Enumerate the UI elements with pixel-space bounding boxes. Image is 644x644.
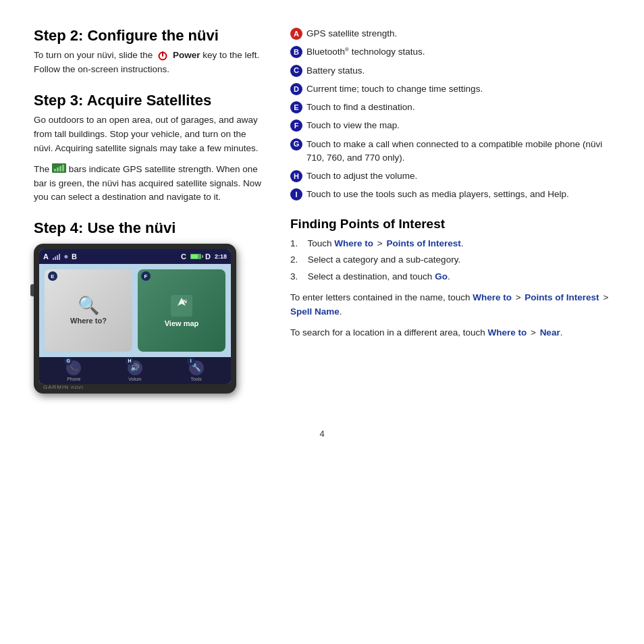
item-b: B Bluetooth® technology status. — [290, 45, 610, 59]
step3-section: Step 3: Acquire Satellites Go outdoors t… — [34, 92, 263, 205]
step2-heading: Step 2: Configure the nüvi — [34, 27, 263, 45]
svg-text:N: N — [183, 298, 187, 304]
topbar-right: C D 2:18 — [181, 252, 227, 261]
circle-h: H — [290, 170, 302, 182]
volume-button[interactable]: H 🔊 Volum — [128, 360, 142, 381]
item-i-text: Touch to use the tools such as media pla… — [306, 188, 610, 201]
side-button — [30, 284, 34, 296]
map-icon: N — [169, 294, 194, 318]
where-to-bold: Where to — [334, 238, 373, 248]
right-column: A GPS satellite strength. B Bluetooth® t… — [290, 27, 610, 347]
circle-f: F — [290, 119, 302, 132]
step3-body1: Go outdoors to an open area, out of gara… — [34, 113, 263, 156]
finding-step-2: 2. Select a category and a sub-category. — [290, 253, 610, 267]
view-map-button[interactable]: F N View map — [138, 269, 225, 352]
finding-section: Finding Points of Interest 1. Touch Wher… — [290, 217, 610, 341]
device-illustration: A ⎈ B C — [34, 244, 236, 394]
garmin-device: A ⎈ B C — [34, 244, 236, 394]
screen-bottombar: G 📞 Phone H 🔊 Volum I 🔧 — [39, 357, 231, 384]
circle-b: B — [290, 46, 302, 58]
circle-a: A — [290, 28, 302, 40]
poi-bold: Points of Interest — [386, 238, 460, 248]
item-b-text: Bluetooth® technology status. — [306, 45, 610, 59]
item-d: D Current time; touch to change time set… — [290, 82, 610, 96]
item-g: G Touch to make a call when connected to… — [290, 138, 610, 165]
item-e: E Touch to find a destination. — [290, 101, 610, 114]
label-c: C — [181, 252, 186, 261]
step2-section: Step 2: Configure the nüvi To turn on yo… — [34, 27, 263, 77]
tools-button[interactable]: I 🔧 Tools — [189, 360, 204, 381]
item-i: I Touch to use the tools such as media p… — [290, 188, 610, 201]
item-d-text: Current time; touch to change time setti… — [306, 82, 610, 96]
finding-steps: 1. Touch Where to > Points of Interest. … — [290, 237, 610, 285]
finding-para2: To search for a location in a different … — [290, 326, 610, 340]
screen-body: E 🔍 Where to? F N — [39, 264, 231, 357]
screen-topbar: A ⎈ B C — [39, 249, 231, 264]
phone-label: Phone — [67, 377, 80, 381]
gps-bars-icon — [52, 163, 66, 173]
garmin-brand-label: GARMIN nüvi — [43, 384, 84, 390]
label-b: B — [72, 252, 77, 261]
where-to-button[interactable]: E 🔍 Where to? — [45, 269, 132, 352]
where-to-label: Where to? — [70, 317, 107, 325]
tools-label: Tools — [190, 377, 201, 381]
volume-label: Volum — [128, 377, 141, 381]
item-f-text: Touch to view the map. — [306, 119, 610, 132]
circle-e: E — [290, 101, 302, 113]
label-h: H — [126, 357, 134, 365]
magnify-icon: 🔍 — [78, 296, 99, 314]
label-e: E — [48, 271, 57, 281]
label-f: F — [141, 271, 151, 281]
circle-d: D — [290, 83, 302, 95]
item-a: A GPS satellite strength. — [290, 27, 610, 41]
label-i: I — [187, 357, 195, 365]
item-e-text: Touch to find a destination. — [306, 101, 610, 114]
view-map-label: View map — [165, 319, 199, 327]
left-column: Step 2: Configure the nüvi To turn on yo… — [34, 27, 263, 408]
step3-body2: The bars indicate GPS satellite strength… — [34, 163, 263, 205]
topbar-left: A ⎈ B — [43, 252, 77, 261]
item-h-text: Touch to adjust the volume. — [306, 169, 610, 183]
battery-icon — [190, 254, 201, 259]
finding-step-3: 3. Select a destination, and touch Go. — [290, 270, 610, 284]
go-bold: Go — [435, 271, 448, 281]
item-h: H Touch to adjust the volume. — [290, 169, 610, 183]
item-f: F Touch to view the map. — [290, 119, 610, 132]
item-g-text: Touch to make a call when connected to a… — [306, 138, 610, 165]
label-d: D — [205, 252, 211, 261]
step2-body: To turn on your nüvi, slide the Power ke… — [34, 49, 263, 77]
circle-g: G — [290, 138, 302, 151]
step4-section: Step 4: Use the nüvi A ⎈ — [34, 219, 263, 394]
label-a: A — [43, 252, 49, 261]
step3-heading: Step 3: Acquire Satellites — [34, 92, 263, 109]
device-screen: A ⎈ B C — [39, 249, 231, 384]
circle-i: I — [290, 188, 302, 200]
finding-para1: To enter letters contained in the name, … — [290, 291, 610, 319]
power-icon — [157, 50, 168, 61]
finding-step-1: 1. Touch Where to > Points of Interest. — [290, 237, 610, 251]
time-display: 2:18 — [215, 253, 227, 260]
page-number: 4 — [34, 429, 610, 439]
circle-c: C — [290, 65, 302, 77]
item-c-text: Battery status. — [306, 64, 610, 78]
finding-heading: Finding Points of Interest — [290, 217, 610, 232]
item-a-text: GPS satellite strength. — [306, 27, 610, 41]
item-c: C Battery status. — [290, 64, 610, 78]
phone-button[interactable]: G 📞 Phone — [66, 360, 81, 381]
step4-heading: Step 4: Use the nüvi — [34, 219, 263, 237]
bluetooth-icon: ⎈ — [64, 253, 68, 260]
signal-bars — [53, 254, 60, 260]
items-section: A GPS satellite strength. B Bluetooth® t… — [290, 27, 610, 202]
